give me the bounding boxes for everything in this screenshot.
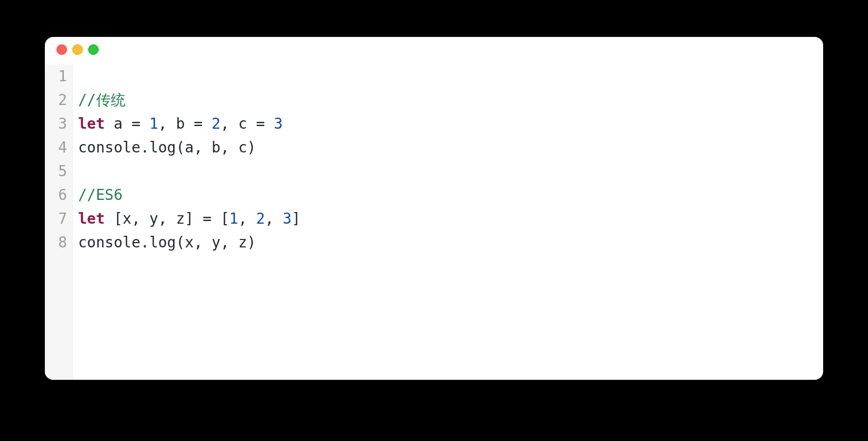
code-token: log [149, 234, 176, 251]
code-token: ( [176, 139, 185, 156]
code-token: = [203, 210, 212, 227]
close-icon[interactable] [56, 44, 67, 55]
code-token: console [78, 139, 140, 156]
line-number: 3 [55, 112, 67, 136]
line-number: 5 [55, 159, 67, 183]
code-token: c [238, 115, 256, 132]
code-token: . [140, 139, 149, 156]
code-token: = [131, 115, 140, 132]
code-line[interactable]: console.log(a, b, c) [78, 136, 300, 159]
line-number: 6 [55, 183, 67, 207]
minimize-icon[interactable] [72, 44, 83, 55]
title-bar [45, 37, 823, 62]
line-number: 4 [55, 136, 67, 159]
code-token: 1 [149, 115, 158, 132]
code-token: b [176, 115, 194, 132]
code-line[interactable]: //ES6 [78, 183, 300, 207]
code-line[interactable]: //传统 [78, 88, 300, 112]
code-token: log [149, 139, 176, 156]
code-line[interactable]: console.log(x, y, z) [78, 231, 300, 254]
code-token: , [265, 210, 283, 227]
code-token: , [221, 139, 239, 156]
code-token: a [185, 139, 194, 156]
code-token: , [194, 234, 212, 251]
code-token: ) [247, 234, 256, 251]
code-area[interactable]: 12345678 //传统let a = 1, b = 2, c = 3cons… [45, 62, 823, 380]
code-token [203, 115, 212, 132]
code-token: , [221, 115, 239, 132]
code-token: let [78, 210, 105, 227]
code-token: , [158, 115, 176, 132]
code-token: . [140, 234, 149, 251]
code-token: ( [176, 234, 185, 251]
code-token: 3 [283, 210, 292, 227]
code-line[interactable]: let [x, y, z] = [1, 2, 3] [78, 207, 300, 231]
code-token: x [185, 234, 194, 251]
editor-window: 12345678 //传统let a = 1, b = 2, c = 3cons… [45, 37, 823, 380]
code-token: y [149, 210, 158, 227]
code-token: , [131, 210, 149, 227]
code-token: 2 [212, 115, 221, 132]
code-token: ] [292, 210, 301, 227]
code-token: = [256, 115, 265, 132]
code-content[interactable]: //传统let a = 1, b = 2, c = 3console.log(a… [73, 64, 300, 380]
line-number: 2 [55, 88, 67, 112]
code-token: 3 [274, 115, 283, 132]
code-token [140, 115, 149, 132]
code-token: //传统 [78, 91, 126, 109]
code-token: let [78, 115, 105, 132]
code-token: console [78, 234, 140, 251]
code-token: , [194, 139, 212, 156]
code-token: 2 [256, 210, 265, 227]
code-token: , [158, 210, 176, 227]
code-line[interactable]: let a = 1, b = 2, c = 3 [78, 112, 300, 136]
code-token: //ES6 [78, 186, 122, 204]
code-line[interactable] [78, 64, 300, 88]
code-token: , [238, 210, 256, 227]
line-number: 8 [55, 231, 67, 254]
code-token: ) [247, 139, 256, 156]
code-token: c [238, 139, 247, 156]
code-token: [ [212, 210, 230, 227]
line-number: 1 [55, 64, 67, 88]
code-token [265, 115, 274, 132]
code-token: y [212, 234, 221, 251]
code-token: , [221, 234, 239, 251]
line-number: 7 [55, 207, 67, 231]
code-token: a [105, 115, 132, 132]
code-token: z [176, 210, 185, 227]
code-token: ] [185, 210, 203, 227]
zoom-icon[interactable] [88, 44, 99, 55]
code-token: [ [105, 210, 123, 227]
code-token: = [194, 115, 203, 132]
code-token: b [212, 139, 221, 156]
code-token: 1 [230, 210, 239, 227]
code-token: z [238, 234, 247, 251]
code-token: x [122, 210, 131, 227]
line-number-gutter: 12345678 [45, 64, 73, 380]
code-line[interactable] [78, 159, 300, 183]
